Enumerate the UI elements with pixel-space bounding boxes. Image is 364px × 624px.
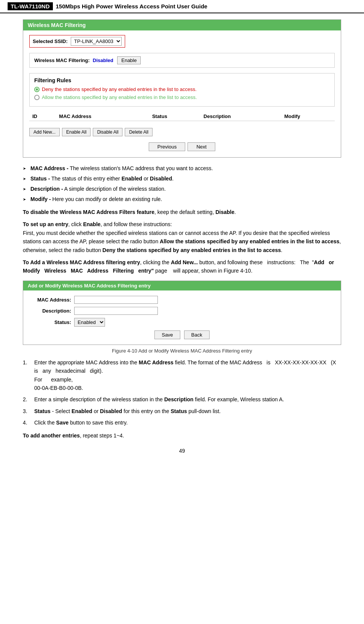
deny-radio[interactable]: [34, 87, 40, 92]
description-row: Description:: [29, 307, 335, 315]
para3-block: To Add a Wireless MAC Address filtering …: [23, 258, 341, 275]
pagination: Previous Next: [29, 140, 335, 153]
mac-address-bullet: MAC Address - The wireless station's MAC…: [23, 164, 341, 172]
ssid-select[interactable]: TP-LINK_AA8003: [71, 37, 122, 46]
model-name: TL-WA7110ND: [8, 2, 53, 10]
figure-body: MAC Address: Description: Status: Enable…: [23, 290, 341, 345]
ssid-label: Selected SSID:: [33, 38, 68, 44]
para2-text: To set up an entry, click Enable, and fo…: [23, 220, 341, 254]
table-empty-row: [29, 121, 335, 124]
figure-buttons: Save Back: [29, 330, 335, 339]
enable-button[interactable]: Enable: [117, 56, 141, 64]
modify-label: Modify - Here you can modify or delete a…: [30, 195, 162, 203]
filtering-rules-title: Filtering Rules: [34, 77, 330, 83]
status-bullet: Status - The status of this entry either…: [23, 175, 341, 183]
status-label: Status - The status of this entry either…: [30, 175, 173, 183]
mac-filter-row: Wireless MAC Filtering: Disabled Enable: [29, 53, 335, 68]
field-descriptions: MAC Address - The wireless station's MAC…: [23, 164, 341, 203]
status-select[interactable]: Enabled Disabled: [74, 318, 105, 327]
mac-filter-status: Disabled: [93, 57, 113, 63]
mac-address-row: MAC Address:: [29, 296, 335, 304]
modify-bullet: Modify - Here you can modify or delete a…: [23, 195, 341, 203]
para1-text: To disable the Wireless MAC Address Filt…: [23, 208, 341, 216]
mac-address-input[interactable]: [74, 296, 158, 304]
guide-title: 150Mbps High Power Wireless Access Point…: [56, 3, 208, 10]
back-button[interactable]: Back: [184, 330, 210, 339]
mac-filter-label: Wireless MAC Filtering:: [34, 57, 90, 63]
step-2-num: 2.: [23, 395, 27, 404]
main-content: Wireless MAC Filtering Selected SSID: TP…: [0, 13, 364, 469]
description-bullet: Description - A simple description of th…: [23, 185, 341, 193]
description-label: Description - A simple description of th…: [30, 185, 166, 193]
previous-button[interactable]: Previous: [149, 142, 186, 151]
step-3-text: Status - Select Enabled or Disabled for …: [34, 407, 221, 415]
deny-rule-text: Deny the stations specified by any enabl…: [42, 86, 197, 92]
col-id: ID: [29, 112, 56, 121]
add-new-button[interactable]: Add New...: [29, 128, 60, 136]
filtering-rules: Filtering Rules Deny the stations specif…: [29, 73, 335, 107]
mac-address-label: MAC Address - The wireless station's MAC…: [30, 164, 213, 172]
status-row: Status: Enabled Disabled: [29, 318, 335, 327]
step-2: 2. Enter a simple description of the wir…: [23, 395, 341, 404]
next-button[interactable]: Next: [188, 142, 215, 151]
disable-all-button[interactable]: Disable All: [93, 128, 122, 136]
para1-block: To disable the Wireless MAC Address Filt…: [23, 208, 341, 216]
deny-rule-option[interactable]: Deny the stations specified by any enabl…: [34, 86, 330, 92]
mac-filtering-screenshot: Wireless MAC Filtering Selected SSID: TP…: [23, 19, 341, 158]
screenshot-header: Wireless MAC Filtering: [23, 20, 341, 30]
step-3-num: 3.: [23, 407, 27, 415]
para2-block: To set up an entry, click Enable, and fo…: [23, 220, 341, 254]
figure-caption: Figure 4-10 Add or Modify Wireless MAC A…: [23, 348, 341, 354]
step-1-num: 1.: [23, 358, 27, 367]
step-4-text: Click the Save button to save this entry…: [34, 418, 128, 427]
delete-all-button[interactable]: Delete All: [125, 128, 153, 136]
add-modify-screenshot: Add or Modify Wireless MAC Address Filte…: [23, 281, 341, 345]
footer-text-block: To add another entries, repeat steps 1~4…: [23, 431, 341, 440]
mac-address-form-label: MAC Address:: [29, 297, 71, 303]
allow-radio[interactable]: [34, 95, 40, 100]
para3-text: To Add a Wireless MAC Address filtering …: [23, 258, 341, 275]
ssid-row: Selected SSID: TP-LINK_AA8003: [29, 35, 125, 48]
step-1-text: Enter the appropriate MAC Address into t…: [34, 358, 341, 393]
step-4: 4. Click the Save button to save this en…: [23, 418, 341, 427]
table-buttons: Add New... Enable All Disable All Delete…: [29, 128, 335, 136]
allow-rule-text: Allow the stations specified by any enab…: [42, 94, 197, 100]
status-form-label: Status:: [29, 319, 71, 325]
page-header: TL-WA7110ND 150Mbps High Power Wireless …: [0, 0, 364, 13]
description-input[interactable]: [74, 307, 158, 315]
mac-table: ID MAC Address Status Description Modify: [29, 112, 335, 124]
save-button[interactable]: Save: [154, 330, 180, 339]
step-4-num: 4.: [23, 418, 27, 427]
step-3: 3. Status - Select Enabled or Disabled f…: [23, 407, 341, 415]
col-status: Status: [149, 112, 200, 121]
col-modify: Modify: [281, 112, 335, 121]
figure-header: Add or Modify Wireless MAC Address Filte…: [23, 281, 341, 290]
screenshot-body: Selected SSID: TP-LINK_AA8003 Wireless M…: [23, 30, 341, 157]
allow-rule-option[interactable]: Allow the stations specified by any enab…: [34, 94, 330, 100]
col-description: Description: [200, 112, 281, 121]
footer-text: To add another entries, repeat steps 1~4…: [23, 431, 341, 440]
description-form-label: Description:: [29, 308, 71, 314]
steps-list: 1. Enter the appropriate MAC Address int…: [23, 358, 341, 427]
enable-all-button[interactable]: Enable All: [62, 128, 91, 136]
col-mac: MAC Address: [56, 112, 149, 121]
step-1: 1. Enter the appropriate MAC Address int…: [23, 358, 341, 393]
page-number: 49: [23, 444, 341, 458]
step-2-text: Enter a simple description of the wirele…: [34, 395, 284, 404]
